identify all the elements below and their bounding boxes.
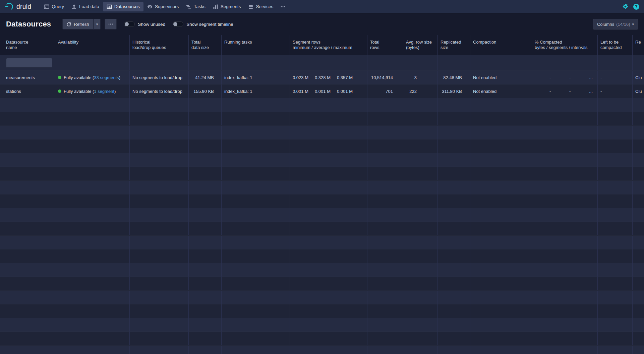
- pct-intervals: ...: [589, 75, 593, 80]
- show-segment-timeline-switch-track[interactable]: [173, 21, 183, 27]
- refresh-icon: [66, 22, 71, 27]
- availability-suffix: ): [119, 75, 120, 80]
- nav-item-label: Services: [256, 4, 273, 9]
- available-dot-icon: [58, 90, 61, 93]
- help-icon[interactable]: ?: [633, 4, 639, 10]
- compaction-cell: Not enabled: [470, 84, 532, 98]
- column-header-availability[interactable]: Availability: [55, 35, 130, 55]
- availability-cell: Fully available (33 segments): [55, 71, 130, 84]
- segment-rows-cell: 0.023 M0.328 M0.357 M: [290, 71, 367, 84]
- pct-bytes: -: [549, 75, 551, 80]
- availability-text: Fully available (: [64, 89, 94, 94]
- top-navbar: druid Query Load data Datasources Superv…: [0, 0, 644, 13]
- pct-compacted-cell: --...: [532, 84, 598, 98]
- refresh-label: Refresh: [74, 22, 89, 27]
- running-tasks-cell: index_kafka: 1: [222, 71, 290, 84]
- show-unused-label: Show unused: [138, 22, 165, 27]
- chevron-down-icon: ▾: [96, 22, 98, 26]
- nav-item-supervisors[interactable]: Supervisors: [143, 2, 182, 11]
- column-header-total-rows[interactable]: Totalrows: [367, 35, 403, 55]
- pct-compacted-cell: --...: [532, 71, 598, 84]
- availability-cell: Fully available (1 segment): [55, 84, 130, 98]
- datasource-filter-input[interactable]: [6, 58, 52, 68]
- table-header-row: Datasourcename Availability Historicallo…: [0, 35, 644, 55]
- column-header-avg-row-size[interactable]: Avg. row size(bytes): [403, 35, 438, 55]
- gear-icon[interactable]: [622, 3, 629, 10]
- refresh-caret-button[interactable]: ▾: [93, 19, 101, 30]
- more-actions-button[interactable]: [105, 19, 117, 30]
- nav-item-load-data[interactable]: Load data: [68, 2, 103, 11]
- empty-row: [0, 167, 644, 181]
- segment-rows-min: 0.001 M: [293, 89, 315, 94]
- druid-brand[interactable]: druid: [5, 2, 31, 11]
- show-unused-switch-track[interactable]: [124, 21, 135, 27]
- availability-text: Fully available (: [64, 75, 94, 80]
- datasources-table: Datasourcename Availability Historicallo…: [0, 35, 644, 354]
- query-icon: [44, 4, 49, 9]
- column-header-segment-rows[interactable]: Segment rowsminimum / average / maximum: [290, 35, 367, 55]
- show-segment-timeline-toggle[interactable]: Show segment timeline: [173, 21, 233, 27]
- datasource-name-cell[interactable]: measurements: [3, 71, 55, 84]
- empty-row: [0, 346, 644, 354]
- nav-more-button[interactable]: [277, 4, 289, 9]
- services-icon: [248, 4, 253, 9]
- total-rows-cell: 701: [367, 84, 403, 98]
- columns-button[interactable]: Columns (14/16) ▾: [593, 19, 638, 30]
- replicated-size-cell: 82.48 MB: [438, 71, 470, 84]
- segment-rows-cell: 0.001 M0.001 M0.001 M: [290, 84, 367, 98]
- show-unused-toggle[interactable]: Show unused: [124, 21, 165, 27]
- column-header-compaction[interactable]: Compaction: [470, 35, 532, 55]
- empty-row: [0, 222, 644, 236]
- running-tasks-cell: index_kafka: 1: [222, 84, 290, 98]
- pct-segments: -: [569, 75, 571, 80]
- column-header-pct-compacted[interactable]: % Compactedbytes / segments / intervals: [532, 35, 598, 55]
- column-header-datasource-name[interactable]: Datasourcename: [3, 35, 55, 55]
- segment-rows-min: 0.023 M: [293, 75, 315, 80]
- column-header-historical-queues[interactable]: Historicalload/drop queues: [130, 35, 189, 55]
- more-ellipsis-icon: [280, 4, 286, 9]
- nav-item-label: Query: [52, 4, 64, 9]
- nav-item-tasks[interactable]: Tasks: [182, 2, 209, 11]
- upload-icon: [71, 4, 77, 9]
- nav-item-label: Load data: [79, 4, 99, 9]
- segments-icon: [213, 4, 218, 9]
- columns-count: (14/16): [616, 22, 630, 27]
- eye-icon: [147, 4, 153, 9]
- empty-row: [0, 98, 644, 112]
- table-body: measurements Fully available (33 segment…: [0, 71, 644, 354]
- left-to-compact-cell: -: [598, 84, 633, 98]
- pct-bytes: -: [549, 89, 551, 94]
- pct-intervals: ...: [589, 89, 593, 94]
- column-header-retention[interactable]: Re: [633, 35, 644, 55]
- empty-row: [0, 291, 644, 304]
- replicated-size-cell: 311.80 KB: [438, 84, 470, 98]
- columns-button-label: Columns: [597, 22, 614, 27]
- column-header-replicated-size[interactable]: Replicatedsize: [438, 35, 470, 55]
- total-data-size-cell: 155.90 KB: [189, 84, 222, 98]
- nav-item-segments[interactable]: Segments: [209, 2, 245, 11]
- segments-link[interactable]: 1 segment: [94, 89, 114, 94]
- refresh-button[interactable]: Refresh: [62, 19, 93, 30]
- retention-cell: Clu: [633, 71, 644, 84]
- datasources-icon: [107, 4, 112, 9]
- navbar-divider: [36, 3, 36, 10]
- availability-suffix: ): [114, 89, 116, 94]
- filter-row: [0, 55, 644, 71]
- nav-item-query[interactable]: Query: [40, 2, 68, 11]
- empty-row: [0, 318, 644, 332]
- available-dot-icon: [58, 76, 61, 79]
- load-drop-queues-cell: No segments to load/drop: [130, 84, 189, 98]
- empty-row: [0, 153, 644, 167]
- segment-rows-max: 0.001 M: [337, 89, 359, 94]
- segments-link[interactable]: 33 segments: [94, 75, 119, 80]
- segment-rows-max: 0.357 M: [337, 75, 359, 80]
- more-ellipsis-icon: [108, 21, 113, 27]
- column-header-running-tasks[interactable]: Running tasks: [222, 35, 290, 55]
- datasource-name-cell[interactable]: stations: [3, 84, 55, 98]
- brand-wordmark: druid: [16, 3, 31, 10]
- nav-item-datasources[interactable]: Datasources: [103, 2, 143, 11]
- column-header-left-to-compact[interactable]: Left to becompacted: [598, 35, 633, 55]
- column-header-total-data-size[interactable]: Totaldata size: [189, 35, 222, 55]
- nav-item-services[interactable]: Services: [244, 2, 277, 11]
- tasks-icon: [186, 4, 191, 9]
